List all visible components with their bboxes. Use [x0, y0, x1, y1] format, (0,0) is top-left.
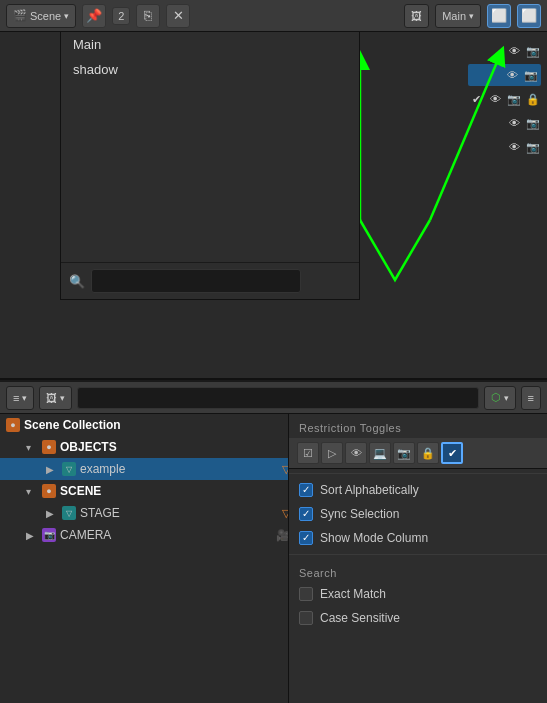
toggle-icon-4[interactable]: 📷	[393, 442, 415, 464]
restriction-popup: Restriction Toggles ☑ ▷ 👁 💻 📷 🔒 ✔ ✓ Sort…	[288, 414, 547, 703]
eye-icon-5[interactable]: 👁	[506, 141, 522, 153]
copy-icon: ⎘	[144, 8, 152, 23]
icon-row-4: 👁 📷	[468, 112, 541, 134]
dropdown-item-shadow[interactable]: shadow	[61, 57, 359, 82]
pin-btn[interactable]: 📌	[82, 4, 106, 28]
dropdown-arrow-icon: ▾	[64, 11, 69, 21]
scene-obj-icon: ●	[42, 484, 56, 498]
camera-label: CAMERA	[60, 528, 268, 542]
checkbox-row-mode: ✓ Show Mode Column	[289, 526, 547, 550]
scene-collection-label: Scene Collection	[24, 418, 290, 432]
camera-icon-5[interactable]: 📷	[525, 141, 541, 154]
divider-2	[289, 554, 547, 555]
top-toolbar: 🎬 Scene ▾ 📌 2 ⎘ ✕ 🖼 Main ▾ ⬜ ⬜	[0, 0, 547, 32]
tree-item-objects[interactable]: ▾ ● OBJECTS	[0, 436, 290, 458]
tree-item-stage[interactable]: ▶ ▽ STAGE ▽	[0, 502, 290, 524]
filter-dropdown-icon: ▾	[504, 393, 509, 403]
scene-selector-btn[interactable]: 🎬 Scene ▾	[6, 4, 76, 28]
case-checkbox[interactable]	[299, 611, 313, 625]
top-panel: 🎬 Scene ▾ 📌 2 ⎘ ✕ 🖼 Main ▾ ⬜ ⬜ Main	[0, 0, 547, 380]
dropdown-item-main[interactable]: Main	[61, 32, 359, 57]
lock-icon-3[interactable]: 🔒	[525, 93, 541, 106]
settings-btn[interactable]: ≡	[521, 386, 541, 410]
stage-label: STAGE	[80, 506, 278, 520]
search-section-header: Search	[289, 559, 547, 582]
toggle-icon-3[interactable]: 💻	[369, 442, 391, 464]
close-icon: ✕	[173, 8, 184, 23]
checkbox-row-sync: ✓ Sync Selection	[289, 502, 547, 526]
tree-item-scene-collection[interactable]: ● Scene Collection	[0, 414, 290, 436]
expand-icon: ⬜	[521, 8, 537, 23]
mode-checkbox[interactable]: ✓	[299, 531, 313, 545]
tree-item-example[interactable]: ▶ ▽ example ▽	[0, 458, 290, 480]
camera-icon-3[interactable]: 📷	[506, 93, 522, 106]
expand-btn[interactable]: ⬜	[517, 4, 541, 28]
toggle-icon-0[interactable]: ☑	[297, 442, 319, 464]
search-input[interactable]	[91, 269, 301, 293]
objects-arrow: ▾	[26, 442, 38, 453]
camera-icon-tree: 📷	[42, 528, 56, 542]
sync-checkbox[interactable]: ✓	[299, 507, 313, 521]
checkbox-row-case: Case Sensitive	[289, 606, 547, 630]
bottom-panel: ≡ ▾ 🖼 ▾ ⬡ ▾ ≡ ● Scene Collection ▾ ● OBJ…	[0, 382, 547, 703]
exact-checkbox[interactable]	[299, 587, 313, 601]
main-dropdown-icon: ▾	[469, 11, 474, 21]
eye-icon-1[interactable]: 👁	[506, 45, 522, 57]
scene-label: Scene	[30, 10, 61, 22]
toggle-icon-1[interactable]: ▷	[321, 442, 343, 464]
count-badge: 2	[112, 7, 130, 25]
scene-tree: ● Scene Collection ▾ ● OBJECTS ▶ ▽ examp…	[0, 414, 290, 703]
example-icon: ▽	[62, 462, 76, 476]
right-icon-column: 👁 📷 👁 📷 ✔ 👁 📷 🔒 👁 📷 👁 📷	[468, 40, 541, 158]
bottom-view-icon: 🖼	[46, 392, 57, 404]
scene-arrow: ▾	[26, 486, 38, 497]
case-label: Case Sensitive	[320, 611, 400, 625]
sort-checkmark: ✓	[302, 485, 310, 495]
icon-row-1: 👁 📷	[468, 40, 541, 62]
filter-btn[interactable]: ⬡ ▾	[484, 386, 516, 410]
tree-item-camera[interactable]: ▶ 📷 CAMERA 🎥	[0, 524, 290, 546]
objects-label: OBJECTS	[60, 440, 290, 454]
mode-checkmark: ✓	[302, 533, 310, 543]
toggle-icon-5[interactable]: 🔒	[417, 442, 439, 464]
mode-label: Show Mode Column	[320, 531, 428, 545]
eye-icon-4[interactable]: 👁	[506, 117, 522, 129]
example-label: example	[80, 462, 278, 476]
main-label-btn[interactable]: Main ▾	[435, 4, 481, 28]
tree-item-scene[interactable]: ▾ ● SCENE	[0, 480, 290, 502]
icon-row-5: 👁 📷	[468, 136, 541, 158]
icon-row-3: ✔ 👁 📷 🔒	[468, 88, 541, 110]
eye-icon-3[interactable]: 👁	[487, 93, 503, 105]
filter-icon: ⬡	[491, 391, 501, 404]
view-selector-btn[interactable]: 🖼	[404, 4, 429, 28]
eye-icon-2[interactable]: 👁	[504, 69, 520, 81]
search-icon: 🔍	[69, 274, 85, 289]
divider-1	[289, 473, 547, 474]
bottom-view-btn[interactable]: 🖼 ▾	[39, 386, 72, 410]
close-top-btn[interactable]: ✕	[166, 4, 190, 28]
stage-arrow: ▶	[46, 508, 58, 519]
bottom-search-input[interactable]	[77, 387, 478, 409]
sort-checkbox[interactable]: ✓	[299, 483, 313, 497]
pin-icon: 📌	[86, 8, 102, 23]
exact-label: Exact Match	[320, 587, 386, 601]
copy-btn[interactable]: ⎘	[136, 4, 160, 28]
dropdown-search-area: 🔍	[61, 262, 359, 299]
camera-icon-2[interactable]: 📷	[523, 69, 539, 82]
main-label: Main	[442, 10, 466, 22]
new-icon: ⬜	[491, 8, 507, 23]
camera-icon-4[interactable]: 📷	[525, 117, 541, 130]
scene-label: SCENE	[60, 484, 290, 498]
camera-icon-1[interactable]: 📷	[525, 45, 541, 58]
bottom-view-dropdown-icon: ▾	[60, 393, 65, 403]
check-icon-3[interactable]: ✔	[468, 93, 484, 106]
bottom-mode-btn[interactable]: ≡ ▾	[6, 386, 34, 410]
toggle-icons-row: ☑ ▷ 👁 💻 📷 🔒 ✔	[289, 438, 547, 469]
bottom-mode-icon: ≡	[13, 392, 19, 404]
icon-row-2: 👁 📷	[468, 64, 541, 86]
new-view-btn[interactable]: ⬜	[487, 4, 511, 28]
camera-arrow: ▶	[26, 530, 38, 541]
scene-dropdown: Main shadow 🔍	[60, 32, 360, 300]
toggle-icon-6[interactable]: ✔	[441, 442, 463, 464]
toggle-icon-2[interactable]: 👁	[345, 442, 367, 464]
